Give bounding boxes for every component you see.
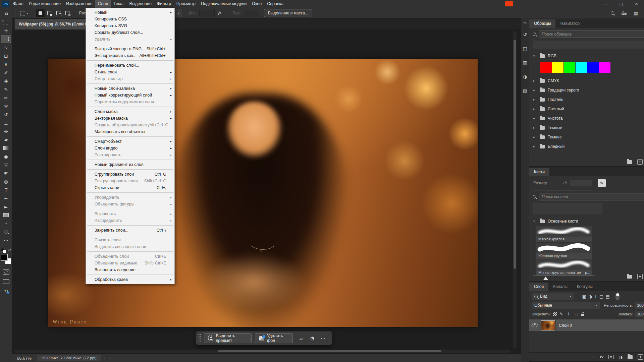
dock-libraries-icon[interactable]: ▥ — [521, 59, 529, 67]
tab-brushes[interactable]: Кисти — [529, 168, 549, 176]
swatch-rgb-5[interactable] — [599, 62, 610, 73]
swatch-rgb-3[interactable] — [576, 62, 587, 73]
menubar-item-view[interactable]: Просмотр — [174, 0, 198, 8]
slider-thumb[interactable] — [543, 277, 548, 280]
workspace-switcher-icon[interactable]: ▦ — [634, 11, 638, 16]
filter-adjustment-layers-icon[interactable]: ◑ — [588, 294, 592, 299]
menu-item-duplicate-layer[interactable]: Создать дубликат слоя... — [86, 29, 174, 36]
layer-filter-dropdown[interactable]: Вид ▾ — [532, 293, 574, 300]
new-group-icon[interactable] — [627, 275, 632, 279]
selection-mode-add[interactable] — [45, 9, 54, 17]
menu-item-rename-layer[interactable]: Переименовать слой... — [86, 62, 174, 69]
object-selection-tool[interactable]: ⊡ — [1, 52, 11, 60]
menu-item-hide-layers[interactable]: Скрыть слоиCtrl+, — [86, 184, 174, 191]
active-tool-chip[interactable]: ▾ — [18, 11, 30, 15]
sharpen-tool[interactable]: ▽ — [1, 161, 11, 169]
menu-item-new-adjustment-layer[interactable]: Новый корректирующий слой► — [86, 92, 174, 99]
adjustments-icon[interactable] — [622, 11, 627, 15]
menu-item-smart-object[interactable]: Смарт-объект► — [86, 138, 174, 145]
lasso-tool[interactable]: ∿ — [1, 43, 11, 52]
selection-mode-intersect[interactable] — [63, 9, 72, 17]
swatch-rgb-2[interactable] — [564, 62, 575, 73]
zoom-tool[interactable] — [1, 228, 11, 236]
menubar-item-help[interactable]: Справка — [264, 0, 286, 8]
reset-icon[interactable]: ↺ — [563, 180, 567, 186]
adjustment-layer-icon[interactable]: ◑ — [619, 355, 623, 360]
brush-item-1[interactable]: Жесткая круглая — [536, 243, 592, 259]
selection-mode-subtract[interactable] — [54, 9, 63, 17]
lock-all-icon[interactable] — [581, 314, 584, 316]
brush-size-field[interactable] — [570, 180, 592, 186]
menu-item-video-layers[interactable]: Слои видео► — [86, 145, 174, 152]
transform-icon[interactable]: ▱ — [300, 336, 303, 341]
swatch-group-light[interactable]: ▸Светлый — [529, 104, 644, 114]
swatch-rgb-0[interactable] — [540, 62, 552, 73]
eraser-tool[interactable]: ▰ — [1, 135, 11, 144]
adjust-icon[interactable]: ◑ — [309, 335, 315, 342]
tab-swatches[interactable]: Образцы — [529, 19, 555, 28]
move-tool[interactable]: ✛ — [1, 26, 11, 35]
quick-mask-icon[interactable] — [3, 269, 9, 275]
tab-paths[interactable]: Контуры — [572, 283, 597, 291]
link-layers-icon[interactable]: ∞ — [591, 355, 595, 360]
pen-tool[interactable]: ✒ — [1, 194, 11, 202]
remove-background-button[interactable]: Удалить фон — [255, 333, 293, 343]
menubar-item-edit[interactable]: Редактирование — [26, 0, 63, 8]
selection-mode-new[interactable] — [36, 9, 45, 17]
layer-visibility-eye-icon[interactable] — [531, 322, 538, 329]
toolbar-grip[interactable] — [3, 23, 9, 25]
swatch-group-pale[interactable]: ▸Бледный — [529, 142, 644, 151]
menu-item-mask-all-objects[interactable]: Маскировать все объекты — [86, 128, 174, 135]
zoom-level[interactable]: 66.67% — [17, 356, 32, 361]
swatch-rgb-4[interactable] — [587, 62, 599, 73]
healing-brush-tool[interactable]: ✚ — [1, 77, 11, 85]
menubar-item-layers[interactable]: Слои — [95, 0, 111, 8]
brush-group-basic[interactable]: ▾ Основные кисти ˄ — [529, 217, 644, 226]
height-field[interactable] — [244, 10, 259, 16]
menubar-item-image[interactable]: Изображение — [63, 0, 95, 8]
toolbar-collapse-icon[interactable]: » — [0, 18, 12, 23]
menu-item-quick-export-png[interactable]: Быстрый экспорт в PNGShift+Ctrl+' — [86, 46, 174, 52]
cloud-sync-icon[interactable]: ⟲ — [4, 289, 8, 294]
menu-item-export-as[interactable]: Экспортировать как...Alt+Shift+Ctrl+' — [86, 52, 174, 59]
minimize-button[interactable]: — — [599, 0, 614, 8]
gradient-tool[interactable] — [1, 144, 11, 152]
opac-value[interactable]: 100%▾ — [635, 302, 644, 309]
swatch-rgb-1[interactable] — [552, 62, 564, 73]
swatch-group-grayscale[interactable]: ▸Градации серого — [529, 85, 644, 95]
crop-tool[interactable]: # — [1, 60, 11, 68]
filter-type-layers-icon[interactable]: T — [594, 294, 597, 299]
more-options-icon[interactable]: ⋯ — [321, 336, 325, 341]
menubar-item-file[interactable]: Файл — [10, 0, 26, 8]
dock-properties-icon[interactable]: ◫ — [521, 45, 529, 53]
select-subject-button[interactable]: Выделить предмет — [204, 333, 252, 343]
menu-item-flatten-image[interactable]: Выполнить сведение — [86, 266, 174, 273]
blur-tool[interactable]: ◉ — [1, 152, 11, 161]
new-group-icon[interactable] — [628, 355, 633, 359]
brush-tool[interactable]: ✎ — [1, 85, 11, 94]
clone-stamp-tool[interactable]: ⊥ — [1, 119, 11, 127]
swatch-group-pastel[interactable]: ▸Пастель — [529, 95, 644, 104]
menubar-item-select[interactable]: Выделение — [127, 0, 154, 8]
brush-size-slider[interactable] — [534, 190, 591, 190]
edit-toolbar[interactable]: ⋯ — [1, 236, 11, 244]
menu-item-lock-layers[interactable]: Закрепить слои...Ctrl+/ — [86, 227, 174, 234]
menu-item-vector-mask[interactable]: Векторная маска► — [86, 115, 174, 122]
foreground-background-colors[interactable] — [1, 254, 11, 264]
new-layer-icon[interactable] — [638, 354, 643, 360]
smudge-tool[interactable]: ☛ — [1, 169, 11, 177]
home-icon[interactable]: ⌂ — [5, 10, 8, 16]
lock-pixels-icon[interactable]: ✎ — [560, 312, 563, 316]
menu-item-new-fill-layer[interactable]: Новый слой-заливка► — [86, 85, 174, 92]
layer-thumbnail[interactable] — [541, 320, 555, 330]
menu-item-group-layers[interactable]: Сгруппировать слоиCtrl+G — [86, 171, 174, 178]
lock-artboard-icon[interactable]: ▢ — [575, 312, 578, 316]
mixer-brush-tool[interactable]: ✻ — [1, 102, 11, 110]
horizontal-scrollbar[interactable] — [14, 350, 511, 353]
dock-info-icon[interactable]: ▤ — [521, 87, 529, 95]
filter-pixel-layers-icon[interactable]: ▣ — [582, 294, 586, 299]
dodge-tool[interactable]: ◍ — [1, 177, 11, 186]
layer-style-fx-icon[interactable]: fx — [600, 355, 603, 359]
blend-mode-dropdown[interactable]: Обычные ▾ — [532, 302, 600, 309]
menu-item-layer-mask[interactable]: Слой-маска► — [86, 108, 174, 115]
